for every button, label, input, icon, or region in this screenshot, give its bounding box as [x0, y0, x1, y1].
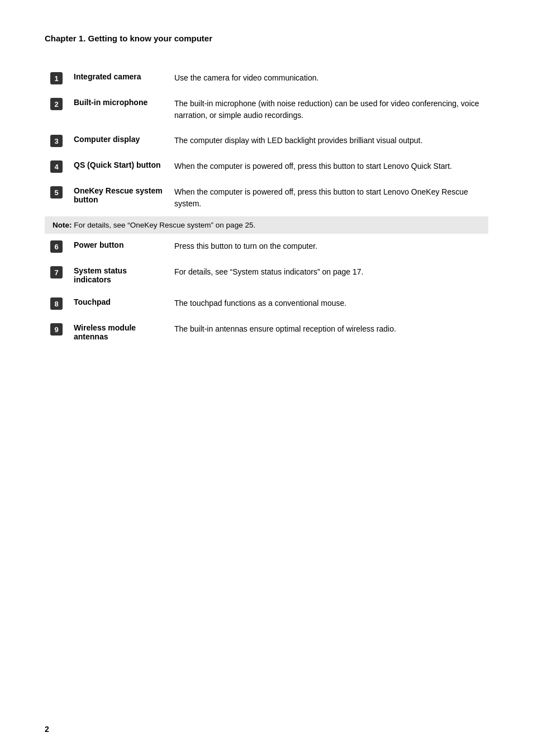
item-number-badge: 3 — [50, 135, 63, 147]
item-label: Touchpad — [68, 291, 169, 316]
item-number-badge: 9 — [50, 323, 63, 336]
item-label: Integrated camera — [68, 65, 169, 91]
item-label: Built-in microphone — [68, 91, 169, 128]
item-number-badge: 5 — [50, 186, 63, 199]
item-number-badge: 7 — [50, 266, 63, 278]
list-item: 7 System status indicators For details, … — [45, 259, 488, 291]
list-item: 8 Touchpad The touchpad functions as a c… — [45, 291, 488, 316]
item-description: The computer display with LED backlight … — [169, 128, 488, 154]
chapter-title: Chapter 1. Getting to know your computer — [45, 34, 488, 43]
item-number-badge: 8 — [50, 297, 63, 310]
list-item: 4 QS (Quick Start) button When the compu… — [45, 154, 488, 179]
list-item: 9 Wireless module antennas The built-in … — [45, 316, 488, 348]
item-label: QS (Quick Start) button — [68, 154, 169, 179]
item-description: Use the camera for video communication. — [169, 65, 488, 91]
note-row: Note: For details, see “OneKey Rescue sy… — [45, 216, 488, 234]
item-description: Press this button to turn on the compute… — [169, 234, 488, 259]
list-item: 3 Computer display The computer display … — [45, 128, 488, 154]
item-number-badge: 1 — [50, 72, 63, 84]
item-label: OneKey Rescue system button — [68, 179, 169, 216]
list-item: 6 Power button Press this button to turn… — [45, 234, 488, 259]
item-description: The touchpad functions as a conventional… — [169, 291, 488, 316]
list-item: 2 Built-in microphone The built-in micro… — [45, 91, 488, 128]
item-description: When the computer is powered off, press … — [169, 179, 488, 216]
item-label: System status indicators — [68, 259, 169, 291]
item-description: For details, see “System status indicato… — [169, 259, 488, 291]
item-label: Wireless module antennas — [68, 316, 169, 348]
item-label: Computer display — [68, 128, 169, 154]
item-number-badge: 2 — [50, 98, 63, 110]
list-item: 5 OneKey Rescue system button When the c… — [45, 179, 488, 216]
items-table: 1 Integrated camera Use the camera for v… — [45, 65, 488, 348]
note-text: Note: For details, see “OneKey Rescue sy… — [45, 216, 488, 234]
page-number: 2 — [45, 725, 49, 734]
item-number-badge: 6 — [50, 240, 63, 253]
item-description: When the computer is powered off, press … — [169, 154, 488, 179]
item-description: The built-in microphone (with noise redu… — [169, 91, 488, 128]
item-description: The built-in antennas ensure optimal rec… — [169, 316, 488, 348]
list-item: 1 Integrated camera Use the camera for v… — [45, 65, 488, 91]
item-number-badge: 4 — [50, 160, 63, 173]
note-label: Note: — [53, 221, 72, 229]
item-label: Power button — [68, 234, 169, 259]
